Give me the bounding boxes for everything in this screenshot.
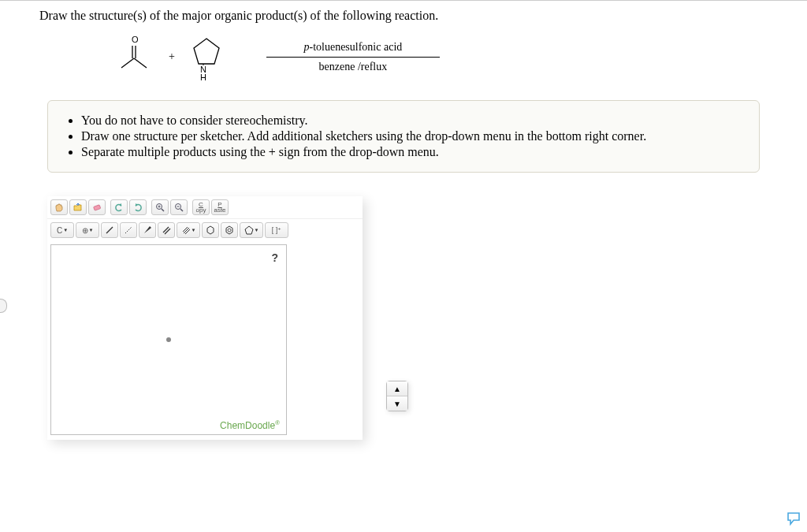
move-tool-button[interactable] xyxy=(50,199,68,215)
svg-line-15 xyxy=(180,209,183,211)
svg-line-20 xyxy=(163,227,169,233)
wedge-icon xyxy=(143,225,152,235)
chemdoodle-brand: ChemDoodle® xyxy=(220,419,280,431)
charge-picker-button[interactable]: ⊕▼ xyxy=(76,222,99,238)
help-button[interactable]: ? xyxy=(271,251,278,264)
reaction-arrow: p-toluenesulfonic acid benzene /reflux xyxy=(266,41,440,73)
svg-line-21 xyxy=(165,229,170,234)
svg-line-23 xyxy=(184,228,189,233)
eraser-icon xyxy=(92,203,102,212)
svg-marker-28 xyxy=(245,226,253,234)
instruction-item: Draw one structure per sketcher. Add add… xyxy=(81,129,743,143)
element-label: C xyxy=(57,226,62,235)
double-bond-button[interactable] xyxy=(158,222,175,238)
double-bond-icon xyxy=(162,225,171,235)
svg-point-10 xyxy=(157,204,162,210)
toolbar-row-1: C opy P aste xyxy=(47,196,363,219)
sketcher-count-spinner: ▲ ▼ xyxy=(386,381,408,411)
brackets-button[interactable]: [ ]⁺ xyxy=(265,222,288,238)
paste-label-rest: aste xyxy=(214,207,225,213)
triple-bond-icon xyxy=(181,225,191,235)
reaction-condition-bottom: benzene /reflux xyxy=(319,61,388,73)
wedge-bond-button[interactable] xyxy=(139,222,156,238)
svg-line-22 xyxy=(183,227,188,232)
recessed-bond-button[interactable] xyxy=(120,222,137,238)
zoom-in-button[interactable] xyxy=(151,199,169,215)
left-scroll-nub[interactable] xyxy=(0,299,7,313)
svg-marker-5 xyxy=(194,39,219,64)
hand-icon xyxy=(54,203,64,212)
svg-text:O: O xyxy=(132,35,139,44)
chemdoodle-sketcher: C opy P aste C▼ ⊕▼ xyxy=(47,196,363,440)
pentagon-icon xyxy=(244,225,254,235)
reaction-plus: + xyxy=(169,50,175,63)
triple-bond-button[interactable]: ▼ xyxy=(177,222,200,238)
svg-marker-25 xyxy=(207,226,214,234)
reagent-2-pyrrolidine: N H xyxy=(186,32,227,81)
svg-line-17 xyxy=(106,227,113,233)
zoom-in-icon xyxy=(155,203,165,212)
undo-button[interactable] xyxy=(110,199,128,215)
svg-line-3 xyxy=(121,58,134,68)
feedback-icon[interactable] xyxy=(787,512,802,529)
instructions-box: You do not have to consider stereochemis… xyxy=(47,100,760,173)
instruction-item: Separate multiple products using the + s… xyxy=(81,145,743,159)
benzene-icon xyxy=(225,225,234,235)
sketcher-canvas[interactable]: ? ChemDoodle® xyxy=(50,244,287,435)
svg-line-18 xyxy=(125,227,132,233)
cyclohexane-ring-button[interactable] xyxy=(202,222,219,238)
spinner-up-button[interactable]: ▲ xyxy=(387,381,407,396)
redo-button[interactable] xyxy=(129,199,147,215)
instruction-item: You do not have to consider stereochemis… xyxy=(81,113,743,128)
open-icon xyxy=(73,203,83,212)
reaction-scheme: O + N H p-toluenesulfonic acid benzene /… xyxy=(110,29,807,84)
svg-line-4 xyxy=(134,58,147,68)
copy-label-rest: opy xyxy=(196,207,206,213)
chevron-down-icon: ▼ xyxy=(255,228,259,233)
reaction-condition-top: p-toluenesulfonic acid xyxy=(304,41,403,54)
element-picker-button[interactable]: C▼ xyxy=(50,222,74,238)
benzene-ring-button[interactable] xyxy=(221,222,238,238)
paste-button[interactable]: P aste xyxy=(211,199,229,215)
ring-picker-button[interactable]: ▼ xyxy=(240,222,263,238)
chevron-down-icon: ▼ xyxy=(192,228,196,233)
single-bond-button[interactable] xyxy=(101,222,118,238)
svg-line-11 xyxy=(162,209,164,211)
question-prompt: Draw the structure(s) of the major organ… xyxy=(39,9,807,23)
chevron-down-icon: ▼ xyxy=(89,228,94,233)
dashed-bond-icon xyxy=(124,225,133,235)
svg-text:H: H xyxy=(200,73,206,81)
svg-rect-9 xyxy=(94,205,101,210)
zoom-out-icon xyxy=(174,203,184,212)
open-button[interactable] xyxy=(69,199,87,215)
svg-line-24 xyxy=(185,229,190,234)
copy-button[interactable]: C opy xyxy=(192,199,210,215)
undo-icon xyxy=(114,203,124,212)
redo-icon xyxy=(133,203,143,212)
toolbar-row-2: C▼ ⊕▼ ▼ xyxy=(47,219,363,241)
erase-button[interactable] xyxy=(88,199,106,215)
svg-marker-26 xyxy=(226,226,232,234)
svg-point-27 xyxy=(228,229,231,232)
reagent-1-ketone: O xyxy=(110,35,158,79)
svg-point-14 xyxy=(176,204,181,210)
charge-label: ⊕ xyxy=(82,226,88,235)
hexagon-icon xyxy=(206,225,215,235)
canvas-center-dot xyxy=(166,337,171,342)
zoom-out-button[interactable] xyxy=(170,199,188,215)
svg-marker-19 xyxy=(144,226,151,233)
chevron-down-icon: ▼ xyxy=(63,228,68,233)
spinner-down-button[interactable]: ▼ xyxy=(387,396,407,411)
single-bond-icon xyxy=(105,225,114,235)
